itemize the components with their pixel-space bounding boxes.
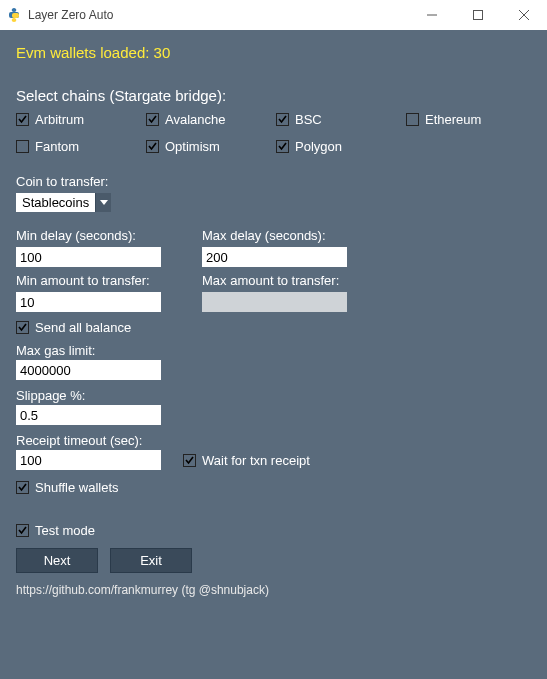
chain-option-bsc: BSC (276, 112, 406, 127)
chain-label: Avalanche (165, 112, 225, 127)
coin-select[interactable]: Stablecoins (16, 193, 111, 212)
chain-checkbox-avalanche[interactable] (146, 113, 159, 126)
chain-label: Fantom (35, 139, 79, 154)
shuffle-label: Shuffle wallets (35, 480, 119, 495)
minimize-button[interactable] (409, 0, 455, 30)
chains-title: Select chains (Stargate bridge): (16, 87, 531, 104)
footer-link: https://github.com/frankmurrey (tg @shnu… (16, 583, 531, 597)
slippage-label: Slippage %: (16, 388, 531, 403)
receipt-timeout-label: Receipt timeout (sec): (16, 433, 531, 448)
max-amount-label: Max amount to transfer: (202, 273, 372, 288)
shuffle-checkbox[interactable] (16, 481, 29, 494)
chain-label: BSC (295, 112, 322, 127)
min-delay-input[interactable] (16, 247, 161, 267)
titlebar: Layer Zero Auto (0, 0, 547, 30)
chain-option-arbitrum: Arbitrum (16, 112, 146, 127)
max-delay-input[interactable] (202, 247, 347, 267)
min-amount-input[interactable] (16, 292, 161, 312)
max-gas-label: Max gas limit: (16, 343, 531, 358)
chain-option-polygon: Polygon (276, 139, 406, 154)
exit-button[interactable]: Exit (110, 548, 192, 573)
close-button[interactable] (501, 0, 547, 30)
min-delay-label: Min delay (seconds): (16, 228, 186, 243)
maximize-button[interactable] (455, 0, 501, 30)
wallets-loaded-status: Evm wallets loaded: 30 (16, 44, 531, 61)
receipt-timeout-input[interactable] (16, 450, 161, 470)
max-delay-label: Max delay (seconds): (202, 228, 372, 243)
coin-select-value: Stablecoins (16, 193, 95, 212)
chain-option-ethereum: Ethereum (406, 112, 536, 127)
chain-option-optimism: Optimism (146, 139, 276, 154)
shuffle-row: Shuffle wallets (16, 480, 531, 495)
chain-option-avalanche: Avalanche (146, 112, 276, 127)
send-all-label: Send all balance (35, 320, 131, 335)
svg-rect-3 (474, 11, 483, 20)
max-gas-input[interactable] (16, 360, 161, 380)
minimize-icon (427, 10, 437, 20)
next-button[interactable]: Next (16, 548, 98, 573)
send-all-checkbox[interactable] (16, 321, 29, 334)
maximize-icon (473, 10, 483, 20)
chain-label: Polygon (295, 139, 342, 154)
chain-checkbox-ethereum[interactable] (406, 113, 419, 126)
svg-rect-1 (12, 13, 19, 18)
min-amount-label: Min amount to transfer: (16, 273, 186, 288)
send-all-row: Send all balance (16, 320, 531, 335)
chain-checkbox-optimism[interactable] (146, 140, 159, 153)
wait-receipt-label: Wait for txn receipt (202, 453, 310, 468)
chain-checkbox-arbitrum[interactable] (16, 113, 29, 126)
slippage-input[interactable] (16, 405, 161, 425)
chains-grid: ArbitrumAvalancheBSCEthereumFantomOptimi… (16, 112, 531, 154)
wait-receipt-checkbox[interactable] (183, 454, 196, 467)
chain-label: Ethereum (425, 112, 481, 127)
test-mode-checkbox[interactable] (16, 524, 29, 537)
test-mode-label: Test mode (35, 523, 95, 538)
chevron-down-icon (100, 200, 108, 206)
coin-select-arrow[interactable] (95, 193, 111, 212)
chain-checkbox-bsc[interactable] (276, 113, 289, 126)
chain-checkbox-fantom[interactable] (16, 140, 29, 153)
chain-option-fantom: Fantom (16, 139, 146, 154)
chain-label: Optimism (165, 139, 220, 154)
app-icon (6, 7, 22, 23)
chain-checkbox-polygon[interactable] (276, 140, 289, 153)
svg-marker-6 (100, 200, 108, 205)
max-amount-input[interactable] (202, 292, 347, 312)
wait-receipt-row: Wait for txn receipt (183, 453, 310, 468)
coin-label: Coin to transfer: (16, 174, 531, 189)
chain-label: Arbitrum (35, 112, 84, 127)
close-icon (519, 10, 529, 20)
window-title: Layer Zero Auto (28, 8, 113, 22)
test-mode-row: Test mode (16, 523, 531, 538)
